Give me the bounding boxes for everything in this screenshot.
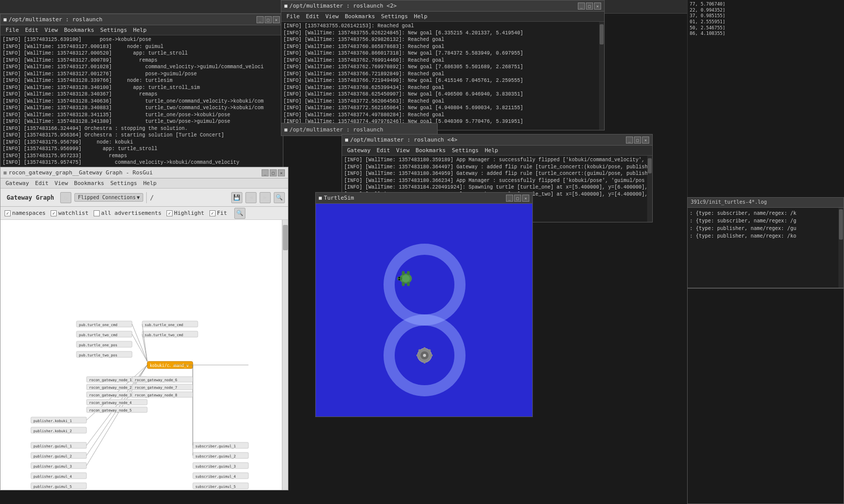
scroll-thumb-log[interactable]: [839, 209, 843, 240]
search-zoom-btn[interactable]: 🔍: [234, 208, 245, 219]
svg-text:subscriber.guimul_2: subscriber.guimul_2: [195, 454, 236, 459]
checkbox-highlight[interactable]: Highlight: [166, 210, 204, 216]
gateway-refresh-btn[interactable]: ↻: [60, 192, 71, 203]
terminal-window-1: ■ /opt/multimaster : roslaunch _ □ ✕ Fil…: [0, 14, 283, 175]
svg-point-89: [402, 275, 410, 282]
terminal-titlebar-2: ■ /opt/multimaster : roslaunch <2> _ □ ✕: [281, 1, 604, 12]
gateway-minimize-btn[interactable]: _: [262, 169, 269, 176]
svg-point-94: [402, 282, 405, 286]
svg-text:rocon_gateway_node_6: rocon_gateway_node_6: [135, 378, 177, 382]
checkbox-fit[interactable]: Fit: [209, 210, 227, 216]
nav-left-btn[interactable]: ◀: [245, 192, 257, 203]
gateway-title: rocon_gateway_graph__Gateway Graph - Ros…: [9, 169, 261, 176]
menu-help-gw[interactable]: Help: [140, 180, 160, 187]
checkbox-watchlist[interactable]: watchlist: [51, 210, 89, 216]
zoom-btn[interactable]: 🔍: [274, 192, 285, 203]
checkbox-all-advertisements[interactable]: all advertisements: [94, 210, 161, 216]
terminal-menubar-3: Gateway Edit View Bookmarks Settings Hel…: [342, 146, 652, 156]
turtlesim-window: ■ TurtleSim _ □ ✕: [315, 192, 533, 417]
menu-edit-1[interactable]: Edit: [22, 27, 42, 33]
svg-text:pub.turtle_two_pos: pub.turtle_two_pos: [79, 353, 117, 357]
fit-checkbox[interactable]: [209, 210, 216, 216]
gateway-flipped-connections-btn[interactable]: Flipped Connections ▼: [74, 193, 143, 202]
gateway-titlebar: ■ rocon_gateway_graph__Gateway Graph - R…: [1, 167, 288, 178]
turtlesim-titlebar: ■ TurtleSim _ □ ✕: [316, 193, 532, 204]
scrollbar-log[interactable]: [838, 208, 843, 288]
maximize-btn-1[interactable]: □: [265, 16, 272, 23]
namespaces-checkbox[interactable]: [5, 210, 11, 216]
terminal-title-3: /opt/multimaster : roslaunch <4>: [350, 136, 625, 143]
svg-point-105: [423, 354, 426, 357]
maximize-btn-3[interactable]: □: [634, 136, 641, 144]
close-btn-1[interactable]: ✕: [273, 16, 280, 23]
terminal-title-1: /opt/multimaster : roslaunch: [9, 16, 256, 23]
save-btn[interactable]: 💾: [231, 192, 242, 203]
menu-view-1[interactable]: View: [41, 27, 61, 33]
menu-help-1[interactable]: Help: [130, 27, 150, 33]
nav-right-btn[interactable]: ▶: [260, 192, 271, 203]
gateway-checkbar: namespaces watchlist all advertisements …: [1, 207, 288, 220]
scrollbar-3[interactable]: [647, 156, 652, 222]
close-btn-2[interactable]: ✕: [594, 3, 601, 10]
close-btn-3[interactable]: ✕: [642, 136, 649, 144]
right-overflow-text: 77, 5.706740] 22, 0.994352] 37, 0.985155…: [688, 0, 844, 38]
menu-file-2[interactable]: File: [283, 13, 303, 20]
menu-edit-2[interactable]: Edit: [303, 13, 323, 20]
graph-scroll-thumb[interactable]: [283, 225, 288, 250]
right-dark-panel: [687, 288, 844, 504]
minimize-btn-1[interactable]: _: [257, 16, 264, 23]
terminal-icon-2: ■: [284, 3, 287, 9]
menu-bookmarks-3[interactable]: Bookmarks: [412, 147, 449, 154]
menu-settings-2[interactable]: Settings: [378, 13, 411, 20]
flipped-connections-label: Flipped Connections: [78, 195, 136, 200]
gateway-maximize-btn[interactable]: □: [270, 169, 277, 176]
highlight-checkbox[interactable]: [166, 210, 173, 216]
terminal-menubar-2: File Edit View Bookmarks Settings Help: [281, 12, 604, 22]
menu-help-2[interactable]: Help: [411, 13, 431, 20]
right-background: 77, 5.706740] 22, 0.994352] 37, 0.985155…: [687, 0, 844, 197]
scroll-thumb-3[interactable]: [648, 158, 652, 173]
minimize-btn-3[interactable]: _: [626, 136, 633, 144]
menu-gateway-gw[interactable]: Gateway: [3, 180, 32, 187]
all-advertisements-checkbox[interactable]: [94, 210, 100, 216]
svg-text:publisher.guimul_2: publisher.guimul_2: [33, 454, 72, 459]
menu-gateway-3[interactable]: Gateway: [344, 147, 373, 154]
menu-help-3[interactable]: Help: [482, 147, 501, 154]
svg-text:rocon_gateway_node_8: rocon_gateway_node_8: [135, 393, 177, 397]
menu-edit-3[interactable]: Edit: [373, 147, 393, 154]
menu-bookmarks-1[interactable]: Bookmarks: [61, 27, 98, 33]
svg-text:pub.turtle_one_cmd: pub.turtle_one_cmd: [79, 323, 117, 327]
checkbox-namespaces[interactable]: namespaces: [5, 210, 46, 216]
menu-view-gw[interactable]: View: [52, 180, 71, 187]
menu-view-3[interactable]: View: [393, 147, 413, 154]
gateway-menubar: Gateway Edit View Bookmarks Settings Hel…: [1, 178, 288, 189]
menu-file-1[interactable]: File: [3, 27, 22, 33]
turtlesim-close-btn[interactable]: ✕: [522, 195, 529, 202]
menu-settings-gw[interactable]: Settings: [107, 180, 140, 187]
svg-rect-101: [416, 354, 419, 356]
menu-bookmarks-gw[interactable]: Bookmarks: [71, 180, 107, 187]
watchlist-checkbox[interactable]: [51, 210, 57, 216]
terminal-window-2: ■ /opt/multimaster : roslaunch <2> _ □ ✕…: [281, 0, 605, 130]
minimize-btn-2[interactable]: _: [578, 3, 585, 10]
scrollbar-2[interactable]: [599, 22, 604, 130]
svg-text:subscriber.guimul_3: subscriber.guimul_3: [195, 465, 236, 469]
menu-bookmarks-2[interactable]: Bookmarks: [342, 13, 378, 20]
menu-settings-1[interactable]: Settings: [97, 27, 130, 33]
svg-point-96: [399, 279, 400, 281]
svg-text:sub.turtle_one_cmd: sub.turtle_one_cmd: [145, 323, 183, 327]
menu-settings-3[interactable]: Settings: [449, 147, 482, 154]
scroll-thumb-2[interactable]: [600, 24, 604, 44]
svg-point-95: [399, 277, 400, 279]
terminal-title-2: /opt/multimaster : roslaunch <2>: [289, 3, 577, 9]
maximize-btn-2[interactable]: □: [586, 3, 593, 10]
gateway-close-btn[interactable]: ✕: [278, 169, 285, 176]
menu-view-2[interactable]: View: [322, 13, 342, 20]
svg-text:subscriber.guimul_1: subscriber.guimul_1: [195, 444, 236, 448]
turtlesim-maximize-btn[interactable]: □: [514, 195, 521, 202]
terminal-titlebar-3: ■ /opt/multimaster : roslaunch <4> _ □ ✕: [342, 134, 652, 146]
gateway-toolbar: Gateway Graph ↻ Flipped Connections ▼ / …: [1, 189, 288, 207]
gateway-graph-label: Gateway Graph: [4, 194, 57, 201]
menu-edit-gw[interactable]: Edit: [32, 180, 52, 187]
turtlesim-minimize-btn[interactable]: _: [506, 195, 513, 202]
